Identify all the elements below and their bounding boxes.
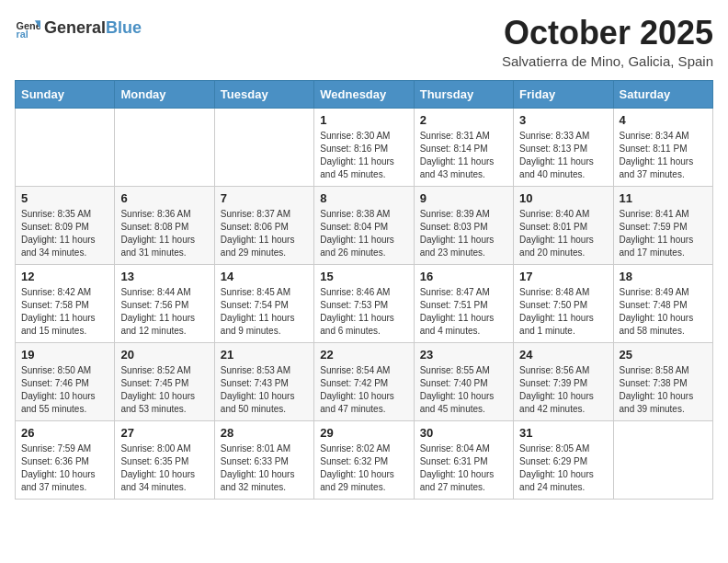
table-row: 5Sunrise: 8:35 AM Sunset: 8:09 PM Daylig… (16, 186, 115, 264)
day-number: 14 (221, 270, 308, 283)
table-row: 21Sunrise: 8:53 AM Sunset: 7:43 PM Dayli… (214, 342, 313, 420)
table-row (16, 108, 115, 186)
day-number: 27 (120, 426, 208, 440)
table-row: 15Sunrise: 8:46 AM Sunset: 7:53 PM Dayli… (314, 264, 414, 342)
table-row: 16Sunrise: 8:47 AM Sunset: 7:51 PM Dayli… (414, 264, 513, 342)
table-row: 19Sunrise: 8:50 AM Sunset: 7:46 PM Dayli… (16, 342, 115, 420)
day-number: 2 (420, 113, 507, 127)
calendar-table: Sunday Monday Tuesday Wednesday Thursday… (15, 80, 713, 500)
day-info: Sunrise: 8:00 AM Sunset: 6:35 PM Dayligh… (120, 442, 208, 494)
table-row: 10Sunrise: 8:40 AM Sunset: 8:01 PM Dayli… (514, 186, 613, 264)
table-row: 11Sunrise: 8:41 AM Sunset: 7:59 PM Dayli… (613, 186, 712, 264)
day-info: Sunrise: 8:31 AM Sunset: 8:14 PM Dayligh… (420, 130, 507, 181)
calendar-title: October 2025 (502, 15, 713, 52)
day-number: 24 (519, 348, 607, 362)
table-row: 9Sunrise: 8:39 AM Sunset: 8:03 PM Daylig… (414, 186, 513, 264)
day-info: Sunrise: 8:42 AM Sunset: 7:58 PM Dayligh… (21, 286, 108, 338)
table-row: 7Sunrise: 8:37 AM Sunset: 8:06 PM Daylig… (214, 186, 313, 264)
header-saturday: Saturday (613, 80, 712, 108)
day-info: Sunrise: 8:39 AM Sunset: 8:03 PM Dayligh… (420, 208, 507, 259)
day-info: Sunrise: 8:33 AM Sunset: 8:13 PM Dayligh… (519, 130, 607, 181)
header-thursday: Thursday (414, 80, 513, 108)
table-row: 18Sunrise: 8:49 AM Sunset: 7:48 PM Dayli… (613, 264, 712, 342)
day-info: Sunrise: 8:48 AM Sunset: 7:50 PM Dayligh… (519, 286, 607, 338)
day-number: 18 (620, 270, 707, 283)
day-number: 15 (320, 270, 407, 283)
day-info: Sunrise: 8:58 AM Sunset: 7:38 PM Dayligh… (620, 364, 707, 416)
logo-text-blue: Blue (106, 18, 142, 38)
day-number: 30 (420, 426, 507, 440)
day-info: Sunrise: 8:45 AM Sunset: 7:54 PM Dayligh… (221, 286, 308, 338)
day-number: 29 (320, 426, 407, 440)
table-row: 4Sunrise: 8:34 AM Sunset: 8:11 PM Daylig… (613, 108, 712, 186)
table-row: 27Sunrise: 8:00 AM Sunset: 6:35 PM Dayli… (115, 420, 214, 499)
table-row: 17Sunrise: 8:48 AM Sunset: 7:50 PM Dayli… (514, 264, 613, 342)
day-number: 11 (620, 191, 707, 205)
day-number: 28 (221, 426, 308, 440)
day-info: Sunrise: 8:44 AM Sunset: 7:56 PM Dayligh… (120, 286, 208, 338)
table-row: 30Sunrise: 8:04 AM Sunset: 6:31 PM Dayli… (414, 420, 513, 499)
calendar-week-row: 1Sunrise: 8:30 AM Sunset: 8:16 PM Daylig… (16, 108, 713, 186)
day-number: 26 (21, 426, 108, 440)
day-number: 9 (420, 191, 507, 205)
day-info: Sunrise: 8:52 AM Sunset: 7:45 PM Dayligh… (120, 364, 208, 416)
day-info: Sunrise: 8:36 AM Sunset: 8:08 PM Dayligh… (120, 208, 208, 259)
day-info: Sunrise: 8:53 AM Sunset: 7:43 PM Dayligh… (221, 364, 308, 416)
table-row: 22Sunrise: 8:54 AM Sunset: 7:42 PM Dayli… (314, 342, 414, 420)
header-monday: Monday (115, 80, 214, 108)
day-number: 4 (620, 113, 707, 127)
table-row: 29Sunrise: 8:02 AM Sunset: 6:32 PM Dayli… (314, 420, 414, 499)
day-info: Sunrise: 8:47 AM Sunset: 7:51 PM Dayligh… (420, 286, 507, 338)
calendar-week-row: 12Sunrise: 8:42 AM Sunset: 7:58 PM Dayli… (16, 264, 713, 342)
logo-icon: Gene ral (15, 15, 40, 40)
day-info: Sunrise: 8:50 AM Sunset: 7:46 PM Dayligh… (21, 364, 108, 416)
day-info: Sunrise: 8:55 AM Sunset: 7:40 PM Dayligh… (420, 364, 507, 416)
logo-text-general: General (44, 18, 106, 38)
day-info: Sunrise: 8:56 AM Sunset: 7:39 PM Dayligh… (519, 364, 607, 416)
table-row: 31Sunrise: 8:05 AM Sunset: 6:29 PM Dayli… (514, 420, 613, 499)
day-number: 25 (620, 348, 707, 362)
day-number: 5 (21, 191, 108, 205)
table-row: 3Sunrise: 8:33 AM Sunset: 8:13 PM Daylig… (514, 108, 613, 186)
day-info: Sunrise: 8:05 AM Sunset: 6:29 PM Dayligh… (519, 442, 607, 494)
day-number: 13 (120, 270, 208, 283)
table-row: 24Sunrise: 8:56 AM Sunset: 7:39 PM Dayli… (514, 342, 613, 420)
table-row: 2Sunrise: 8:31 AM Sunset: 8:14 PM Daylig… (414, 108, 513, 186)
table-row: 8Sunrise: 8:38 AM Sunset: 8:04 PM Daylig… (314, 186, 414, 264)
calendar-week-row: 5Sunrise: 8:35 AM Sunset: 8:09 PM Daylig… (16, 186, 713, 264)
day-number: 7 (221, 191, 308, 205)
table-row: 14Sunrise: 8:45 AM Sunset: 7:54 PM Dayli… (214, 264, 313, 342)
day-number: 3 (519, 113, 607, 127)
calendar-week-row: 19Sunrise: 8:50 AM Sunset: 7:46 PM Dayli… (16, 342, 713, 420)
day-info: Sunrise: 8:41 AM Sunset: 7:59 PM Dayligh… (620, 208, 707, 259)
day-number: 8 (320, 191, 407, 205)
table-row: 6Sunrise: 8:36 AM Sunset: 8:08 PM Daylig… (115, 186, 214, 264)
day-number: 31 (519, 426, 607, 440)
day-number: 23 (420, 348, 507, 362)
title-block: October 2025 Salvatierra de Mino, Galici… (502, 15, 713, 69)
calendar-week-row: 26Sunrise: 7:59 AM Sunset: 6:36 PM Dayli… (16, 420, 713, 499)
table-row: 28Sunrise: 8:01 AM Sunset: 6:33 PM Dayli… (214, 420, 313, 499)
day-number: 19 (21, 348, 108, 362)
day-info: Sunrise: 8:54 AM Sunset: 7:42 PM Dayligh… (320, 364, 407, 416)
table-row: 26Sunrise: 7:59 AM Sunset: 6:36 PM Dayli… (16, 420, 115, 499)
day-info: Sunrise: 8:46 AM Sunset: 7:53 PM Dayligh… (320, 286, 407, 338)
day-info: Sunrise: 8:40 AM Sunset: 8:01 PM Dayligh… (519, 208, 607, 259)
day-info: Sunrise: 8:37 AM Sunset: 8:06 PM Dayligh… (221, 208, 308, 259)
table-row: 12Sunrise: 8:42 AM Sunset: 7:58 PM Dayli… (16, 264, 115, 342)
header-friday: Friday (514, 80, 613, 108)
table-row (613, 420, 712, 499)
day-number: 12 (21, 270, 108, 283)
table-row (214, 108, 313, 186)
day-number: 10 (519, 191, 607, 205)
header-tuesday: Tuesday (214, 80, 313, 108)
calendar-location: Salvatierra de Mino, Galicia, Spain (502, 53, 713, 69)
day-info: Sunrise: 8:02 AM Sunset: 6:32 PM Dayligh… (320, 442, 407, 494)
day-info: Sunrise: 8:01 AM Sunset: 6:33 PM Dayligh… (221, 442, 308, 494)
day-number: 20 (120, 348, 208, 362)
day-number: 16 (420, 270, 507, 283)
header-wednesday: Wednesday (314, 80, 414, 108)
day-info: Sunrise: 8:49 AM Sunset: 7:48 PM Dayligh… (620, 286, 707, 338)
day-info: Sunrise: 8:38 AM Sunset: 8:04 PM Dayligh… (320, 208, 407, 259)
table-row: 20Sunrise: 8:52 AM Sunset: 7:45 PM Dayli… (115, 342, 214, 420)
